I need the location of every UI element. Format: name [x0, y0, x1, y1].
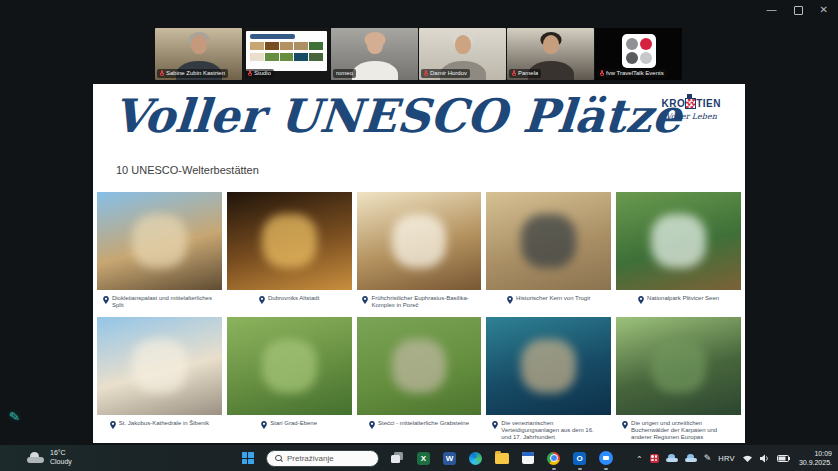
wifi-icon[interactable] — [742, 454, 753, 463]
unesco-grid-item: Historischer Kern von Trogir — [486, 192, 611, 316]
pen-input-icon[interactable]: ✎ — [704, 453, 712, 463]
search-placeholder: Pretraživanje — [287, 454, 334, 463]
zoom-meeting-window: — ✕ Sabine Zubin Kastrien Studio — [0, 0, 838, 471]
edge-button[interactable] — [468, 451, 483, 466]
muted-mic-icon — [512, 70, 516, 77]
maximize-button[interactable] — [794, 6, 803, 15]
zoom-app-button[interactable] — [598, 451, 613, 466]
croatia-checkerboard-icon — [686, 99, 695, 108]
folder-icon — [495, 453, 509, 464]
unesco-grid-item: Stari Grad-Ebene — [227, 317, 352, 441]
mini-slide-images-row2 — [250, 53, 323, 61]
cloud-sync-icon[interactable] — [685, 454, 697, 462]
participant-name-label: Pamela — [509, 69, 541, 78]
unesco-grid-item: Dubrovniks Altstadt — [227, 192, 352, 316]
slide-subtitle: 10 UNESCO-Welterbestätten — [116, 164, 259, 176]
muted-mic-icon — [600, 70, 604, 77]
clock-time: 10:09 — [814, 449, 832, 458]
unesco-grid-item: Stećci - mittelalterliche Grabsteine — [357, 317, 482, 441]
unesco-grid-item: St. Jakobus-Kathedrale in Šibenik — [97, 317, 222, 441]
participant-name: romeo — [336, 70, 353, 77]
system-tray: ⌃ ✎ HRV 10:09 30.9.2025. — [636, 445, 832, 471]
edge-icon — [469, 452, 482, 465]
unesco-site-photo — [227, 192, 352, 290]
cloud-weather-icon — [27, 452, 44, 463]
window-controls: — ✕ — [767, 3, 828, 17]
participant-tile[interactable]: Damir Hordov — [419, 28, 506, 80]
participant-tile[interactable]: Pamela — [507, 28, 594, 80]
unesco-site-caption: Historischer Kern von Trogir — [486, 290, 611, 316]
muted-mic-icon — [160, 70, 164, 77]
task-view-icon — [391, 452, 404, 464]
unesco-site-caption-text: Die urigen und urzeitlichen Buchenwälder… — [631, 420, 735, 441]
word-icon: W — [443, 452, 456, 465]
chrome-button[interactable] — [546, 451, 561, 466]
participant-face — [543, 35, 559, 54]
unesco-site-photo — [486, 317, 611, 415]
windows-logo-icon — [242, 452, 254, 464]
unesco-site-caption-text: St. Jakobus-Kathedrale in Šibenik — [119, 420, 209, 427]
word-button[interactable]: W — [442, 451, 457, 466]
map-pin-icon — [638, 296, 644, 304]
unesco-site-photo — [97, 192, 222, 290]
participant-name-label: Sabine Zubin Kastrien — [157, 69, 228, 78]
unesco-site-caption-text: Diokletianspalast und mittelalterliches … — [112, 295, 216, 309]
participant-face — [367, 35, 383, 54]
tray-app-icon[interactable] — [650, 454, 659, 463]
unesco-site-caption: Nationalpark Plitvicer Seen — [616, 290, 741, 316]
participant-tile[interactable]: romeo — [331, 28, 418, 80]
unesco-site-caption-text: Frühchristlicher Euphrasius-Basilika-Kom… — [371, 295, 475, 309]
fvw-traveltalk-logo — [622, 34, 656, 68]
weather-temp: 16°C — [50, 448, 72, 457]
unesco-grid-item: Die venezianischen Verteidigungsanlagen … — [486, 317, 611, 441]
close-button[interactable]: ✕ — [820, 3, 828, 17]
map-pin-icon — [369, 421, 375, 429]
minimize-button[interactable]: — — [767, 3, 777, 17]
task-view-button[interactable] — [390, 451, 405, 466]
participant-name: Pamela — [518, 70, 538, 77]
outlook-button[interactable]: O — [572, 451, 587, 466]
chrome-icon — [547, 452, 560, 465]
clock[interactable]: 10:09 30.9.2025. — [799, 449, 832, 467]
unesco-site-caption-text: Die venezianischen Verteidigungsanlagen … — [501, 420, 605, 441]
clock-date: 30.9.2025. — [799, 458, 832, 467]
participant-name: Studio — [254, 70, 271, 77]
calendar-button[interactable] — [520, 451, 535, 466]
unesco-site-caption-text: Nationalpark Plitvicer Seen — [647, 295, 719, 302]
participant-name-label: romeo — [333, 69, 356, 78]
participant-torso — [352, 61, 398, 80]
map-pin-icon — [103, 296, 109, 304]
participant-tile[interactable]: Studio — [243, 28, 330, 80]
weather-widget[interactable]: 16°C Cloudy — [27, 448, 72, 466]
search-icon — [275, 455, 282, 462]
studio-slide-preview — [246, 31, 327, 71]
onedrive-cloud-icon[interactable] — [666, 454, 678, 462]
unesco-site-caption-text: Stari Grad-Ebene — [270, 420, 317, 427]
mini-slide-images-row1 — [250, 42, 323, 50]
start-button[interactable] — [240, 451, 255, 466]
unesco-site-photo — [357, 192, 482, 290]
participant-name: fvw TravelTalk Events — [606, 70, 664, 77]
participant-tile[interactable]: Sabine Zubin Kastrien — [155, 28, 242, 80]
annotation-pencil-icon[interactable]: ✎ — [8, 408, 21, 424]
unesco-site-photo — [616, 192, 741, 290]
unesco-site-photo — [97, 317, 222, 415]
mini-slide-title — [250, 34, 295, 39]
excel-button[interactable]: X — [416, 451, 431, 466]
unesco-site-photo — [227, 317, 352, 415]
taskbar-search-input[interactable]: Pretraživanje — [266, 450, 379, 467]
taskbar-center: Pretraživanje X W O — [240, 445, 613, 471]
unesco-site-caption-text: Stećci - mittelalterliche Grabsteine — [378, 420, 469, 427]
participant-tile[interactable]: fvw TravelTalk Events — [595, 28, 682, 80]
participant-name: Sabine Zubin Kastrien — [166, 70, 225, 77]
keyboard-language[interactable]: HRV — [718, 454, 735, 463]
unesco-site-caption: St. Jakobus-Kathedrale in Šibenik — [97, 415, 222, 441]
volume-icon[interactable] — [760, 454, 770, 463]
unesco-site-photo — [357, 317, 482, 415]
unesco-grid-item: Diokletianspalast und mittelalterliches … — [97, 192, 222, 316]
tray-overflow-chevron-icon[interactable]: ⌃ — [636, 455, 643, 464]
battery-icon[interactable] — [777, 455, 790, 462]
file-explorer-button[interactable] — [494, 451, 509, 466]
unesco-grid-item: Frühchristlicher Euphrasius-Basilika-Kom… — [357, 192, 482, 316]
taskbar: 16°C Cloudy Pretraživanje X W O ⌃ — [0, 445, 838, 471]
